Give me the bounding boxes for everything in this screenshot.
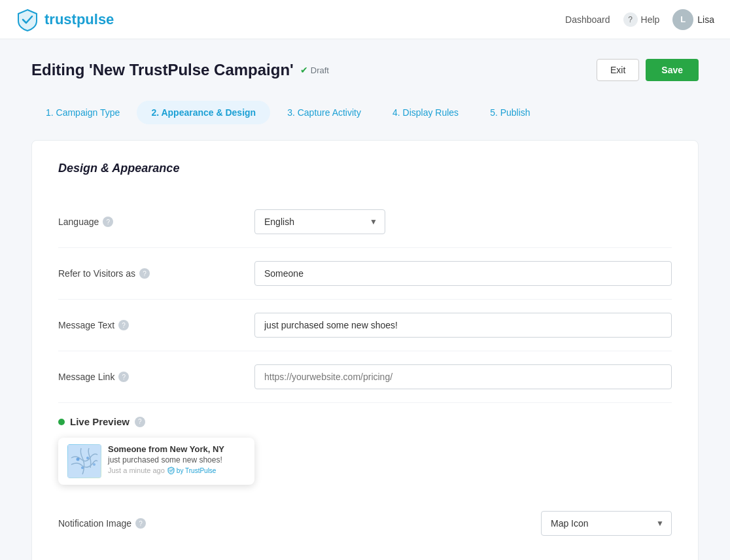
svg-point-4 xyxy=(81,466,84,469)
save-button[interactable]: Save xyxy=(646,59,699,81)
message-link-control xyxy=(254,364,672,389)
live-preview-label: Live Preview xyxy=(70,416,130,427)
tab-capture-activity[interactable]: 3. Capture Activity xyxy=(273,101,375,124)
icon-image-row: Notification Image ? Map Icon Custom Ima… xyxy=(58,498,672,549)
page-actions: Exit Save xyxy=(597,59,699,81)
language-row: Language ? English Spanish French German… xyxy=(58,196,672,248)
language-select[interactable]: English Spanish French German xyxy=(254,209,385,234)
live-dot-icon xyxy=(58,419,65,425)
design-card: Design & Appearance Language ? English S… xyxy=(31,140,699,560)
svg-point-2 xyxy=(86,457,89,459)
svg-point-1 xyxy=(77,458,80,461)
refer-visitors-row: Refer to Visitors as ? xyxy=(58,248,672,300)
trustpulse-badge: by TrustPulse xyxy=(167,466,217,474)
message-link-label: Message Link ? xyxy=(58,372,254,382)
message-text-control xyxy=(254,313,672,338)
header: trustpulse Dashboard ? Help L Lisa xyxy=(0,0,730,39)
page-title-group: Editing 'New TrustPulse Campaign' ✔ Draf… xyxy=(31,61,329,79)
message-link-input[interactable] xyxy=(254,364,672,389)
refer-visitors-input[interactable] xyxy=(254,261,672,286)
refer-visitors-control xyxy=(254,261,672,286)
draft-badge: ✔ Draft xyxy=(300,65,329,75)
main-content: Editing 'New TrustPulse Campaign' ✔ Draf… xyxy=(18,39,712,560)
preview-text-block: Someone from New York, NY just purchased… xyxy=(108,444,245,474)
message-text-row: Message Text ? xyxy=(58,300,672,351)
help-button[interactable]: ? Help xyxy=(623,12,660,27)
tab-appearance-design[interactable]: 2. Appearance & Design xyxy=(137,101,270,124)
page-header: Editing 'New TrustPulse Campaign' ✔ Draf… xyxy=(31,59,699,81)
logo[interactable]: trustpulse xyxy=(16,8,114,31)
language-label: Language ? xyxy=(58,217,254,227)
message-text-info-icon[interactable]: ? xyxy=(118,320,129,330)
live-preview-info-icon[interactable]: ? xyxy=(135,417,145,427)
message-text-label: Message Text ? xyxy=(58,320,254,330)
tab-publish[interactable]: 5. Publish xyxy=(476,101,544,124)
icon-image-label: Notification Image ? xyxy=(58,518,254,529)
avatar: L xyxy=(672,9,693,30)
logo-icon xyxy=(16,8,39,31)
logo-text: trustpulse xyxy=(44,11,114,28)
exit-button[interactable]: Exit xyxy=(597,59,639,81)
user-menu[interactable]: L Lisa xyxy=(672,9,714,30)
live-preview-header: Live Preview ? xyxy=(58,416,672,427)
card-title: Design & Appearance xyxy=(58,162,672,175)
refer-visitors-info-icon[interactable]: ? xyxy=(139,268,150,279)
icon-select-wrapper: Map Icon Custom Image None ▼ xyxy=(541,511,672,536)
header-nav: Dashboard ? Help L Lisa xyxy=(565,9,714,30)
svg-point-3 xyxy=(93,463,96,466)
tabs: 1. Campaign Type 2. Appearance & Design … xyxy=(31,101,699,124)
user-name: Lisa xyxy=(697,14,714,25)
preview-notification-time: Just a minute ago by TrustPulse xyxy=(108,466,245,474)
message-link-row: Message Link ? xyxy=(58,351,672,403)
preview-notification-name: Someone from New York, NY xyxy=(108,444,245,454)
map-preview-icon xyxy=(67,444,101,478)
draft-icon: ✔ xyxy=(300,65,308,75)
draft-label: Draft xyxy=(311,65,329,75)
page-title: Editing 'New TrustPulse Campaign' xyxy=(31,61,294,79)
language-control: English Spanish French German ▼ xyxy=(254,209,672,234)
message-text-input[interactable] xyxy=(254,313,672,338)
dashboard-link[interactable]: Dashboard xyxy=(565,14,610,25)
icon-image-control: Map Icon Custom Image None ▼ xyxy=(254,511,672,536)
refer-visitors-label: Refer to Visitors as ? xyxy=(58,268,254,279)
language-info-icon[interactable]: ? xyxy=(103,217,113,227)
help-label: Help xyxy=(641,14,660,25)
preview-notification: Someone from New York, NY just purchased… xyxy=(58,438,254,485)
tab-campaign-type[interactable]: 1. Campaign Type xyxy=(31,101,134,124)
live-preview-section: Live Preview ? xyxy=(58,403,672,498)
tab-display-rules[interactable]: 4. Display Rules xyxy=(378,101,473,124)
icon-image-info-icon[interactable]: ? xyxy=(135,518,146,529)
message-link-info-icon[interactable]: ? xyxy=(118,372,129,382)
help-icon: ? xyxy=(623,12,638,27)
icon-select[interactable]: Map Icon Custom Image None xyxy=(541,511,672,536)
language-select-wrapper: English Spanish French German ▼ xyxy=(254,209,385,234)
preview-notification-message: just purchased some new shoes! xyxy=(108,455,245,464)
